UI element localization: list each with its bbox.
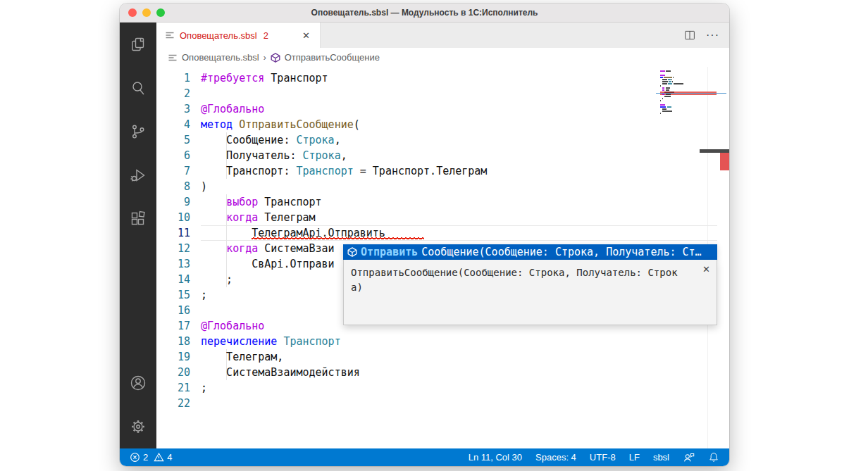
symbol-method-cube-icon [271, 53, 280, 63]
code-line[interactable]: 5 Сообщение: Строка, [156, 132, 729, 148]
code-line[interactable]: 19 Телеграм, [156, 349, 729, 365]
indentation-setting[interactable]: Spaces: 4 [535, 452, 576, 463]
line-content: ; [201, 380, 207, 396]
code-line[interactable]: 18перечисление Транспорт [156, 334, 729, 349]
eol-setting[interactable]: LF [629, 452, 640, 463]
suggest-item-selected[interactable]: ОтправитьСообщение(Сообщение: Строка, По… [343, 244, 717, 260]
breadcrumb: Оповещатель.sbsl › ОтправитьСообщение [156, 48, 729, 67]
title-bar[interactable]: Оповещатель.sbsl — Модульность в 1С:Испо… [120, 4, 729, 23]
overview-ruler-error-marker [720, 153, 729, 170]
file-icon [168, 53, 178, 63]
settings-gear-icon[interactable] [120, 405, 156, 448]
error-icon [130, 452, 140, 463]
account-icon[interactable] [120, 361, 156, 405]
line-content: @Глобально [201, 101, 264, 117]
line-content: СистемаВзаимодействия [201, 365, 360, 380]
split-editor-icon[interactable] [683, 29, 696, 42]
line-number: 9 [156, 194, 201, 210]
run-and-debug-icon[interactable] [120, 153, 156, 197]
line-content: метод ОтправитьСообщение( [201, 117, 360, 132]
line-number: 8 [156, 179, 201, 194]
warning-icon [154, 452, 164, 463]
line-number: 3 [156, 101, 201, 117]
code-line[interactable]: 7 Транспорт: Транспорт = Транспорт.Телег… [156, 163, 729, 179]
extensions-icon[interactable] [120, 197, 156, 241]
code-line[interactable]: 3@Глобально [156, 101, 729, 117]
error-count: 2 [143, 452, 148, 463]
line-number: 10 [156, 210, 201, 225]
search-icon[interactable] [120, 66, 156, 110]
line-number: 7 [156, 163, 201, 179]
code-line[interactable]: 21; [156, 380, 729, 396]
warning-count: 4 [167, 452, 172, 463]
notifications-bell-icon[interactable] [708, 451, 719, 463]
line-number: 22 [156, 396, 201, 411]
cursor-position[interactable]: Ln 11, Col 30 [469, 452, 522, 463]
breadcrumb-symbol[interactable]: ОтправитьСообщение [285, 52, 380, 63]
line-content: @Глобально [201, 318, 264, 334]
line-number: 20 [156, 365, 201, 380]
line-number: 4 [156, 117, 201, 132]
code-line[interactable]: 8) [156, 179, 729, 194]
breadcrumb-file[interactable]: Оповещатель.sbsl [182, 52, 259, 63]
code-line[interactable]: 11 ТелеграмApi.Отправить [156, 225, 729, 241]
code-line[interactable]: 1#требуется Транспорт [156, 70, 729, 86]
line-content: выбор Транспорт [201, 194, 322, 210]
line-number: 17 [156, 318, 201, 334]
code-line[interactable]: 4метод ОтправитьСообщение( [156, 117, 729, 132]
file-icon [165, 30, 175, 40]
line-number: 21 [156, 380, 201, 396]
line-content: когда СистемаВзаи [201, 241, 335, 256]
minimize-window-button[interactable] [142, 8, 151, 17]
traffic-lights [128, 8, 165, 17]
problems-indicator[interactable]: 2 4 [130, 452, 172, 463]
line-number: 2 [156, 86, 201, 101]
line-content: Транспорт: Транспорт = Транспорт.Телегра… [201, 163, 487, 179]
tab-label: Оповещатель.sbsl [180, 30, 257, 41]
status-bar: 2 4 Ln 11, Col 30 Spaces: 4 UTF-8 LF sbs… [120, 448, 729, 466]
encoding-setting[interactable]: UTF-8 [590, 452, 616, 463]
code-line[interactable]: 20 СистемаВзаимодействия [156, 365, 729, 380]
line-content: #требуется Транспорт [201, 70, 328, 86]
more-actions-icon[interactable]: ··· [706, 32, 719, 39]
suggest-doc-close-icon[interactable]: ✕ [702, 264, 710, 275]
suggest-docs: ОтправитьСообщение(Сообщение: Строка, По… [343, 260, 717, 325]
feedback-icon[interactable] [683, 451, 695, 463]
language-mode[interactable]: sbsl [653, 452, 669, 463]
code-line[interactable]: 22 [156, 396, 729, 411]
suggest-doc-line: ОтправитьСообщение(Сообщение: Строка, По… [351, 265, 695, 280]
code-line[interactable]: 6 Получатель: Строка, [156, 148, 729, 163]
suggest-rest-text: Сообщение(Сообщение: Строка, Получатель:… [421, 246, 701, 258]
window-title: Оповещатель.sbsl — Модульность в 1С:Испо… [311, 8, 538, 18]
symbol-method-cube-icon [347, 247, 357, 257]
explorer-icon[interactable] [120, 23, 156, 66]
suggest-widget: ОтправитьСообщение(Сообщение: Строка, По… [343, 244, 717, 325]
code-line[interactable]: 9 выбор Транспорт [156, 194, 729, 210]
line-content: Телеграм, [201, 349, 283, 365]
line-content: ; [201, 272, 232, 287]
line-number: 18 [156, 334, 201, 349]
minimap[interactable] [660, 70, 717, 117]
line-number: 12 [156, 241, 201, 256]
code-lines: 1#требуется Транспорт23@Глобально4метод … [156, 70, 729, 411]
line-content: ; [201, 287, 207, 303]
tab-close-icon[interactable]: ✕ [299, 29, 313, 42]
line-content: Сообщение: Строка, [201, 132, 341, 148]
vscode-window: Оповещатель.sbsl — Модульность в 1С:Испо… [120, 4, 729, 466]
line-number: 14 [156, 272, 201, 287]
suggest-doc-line: а) [351, 280, 695, 295]
line-number: 5 [156, 132, 201, 148]
code-line[interactable]: 2 [156, 86, 729, 101]
breadcrumb-separator: › [264, 53, 266, 63]
line-number: 15 [156, 287, 201, 303]
code-editor[interactable]: 1#требуется Транспорт23@Глобально4метод … [156, 67, 729, 448]
line-number: 16 [156, 303, 201, 318]
zoom-window-button[interactable] [156, 8, 165, 17]
code-line[interactable]: 10 когда Телеграм [156, 210, 729, 225]
close-window-button[interactable] [128, 8, 137, 17]
line-number: 13 [156, 256, 201, 272]
tab-opoveschatel[interactable]: Оповещатель.sbsl 2 ✕ [156, 23, 321, 48]
line-content: перечисление Транспорт [201, 334, 341, 349]
source-control-icon[interactable] [120, 110, 156, 153]
activity-bar [120, 23, 156, 448]
